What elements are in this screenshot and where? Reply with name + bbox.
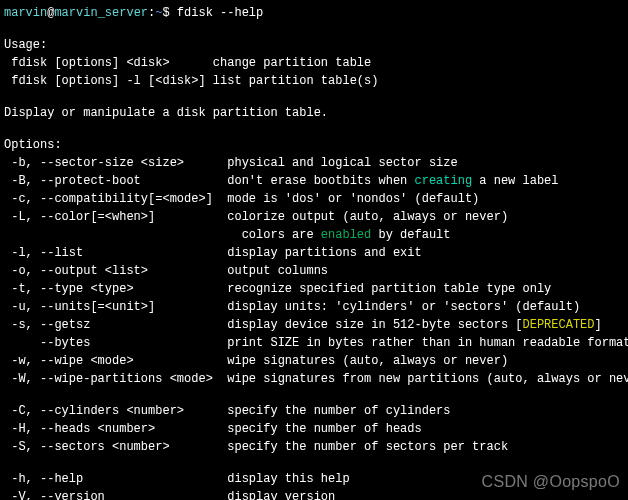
option-bytes: --bytes print SIZE in bytes rather than … (4, 334, 624, 352)
group-separator (4, 388, 624, 402)
option-flag: -w, --wipe <mode> (4, 354, 227, 368)
option-flag: -s, --getsz (4, 318, 227, 332)
option-flag: -B, --protect-boot (4, 174, 227, 188)
option-desc: don't erase bootbits when (227, 174, 414, 188)
option-desc: ] (595, 318, 602, 332)
option-flag: -u, --units[=<unit>] (4, 300, 227, 314)
option-flag: --bytes (4, 336, 227, 350)
option-flag: -V, --version (4, 490, 227, 500)
option-desc: colors are (242, 228, 321, 242)
option-flag: -l, --list (4, 246, 227, 260)
usage-line-1: fdisk [options] <disk> change partition … (4, 54, 624, 72)
option-color: -L, --color[=<when>] colorize output (au… (4, 208, 624, 226)
option-wipe-partitions: -W, --wipe-partitions <mode> wipe signat… (4, 370, 624, 388)
command-text[interactable]: fdisk --help (177, 6, 263, 20)
option-desc: display this help (227, 472, 349, 486)
option-type: -t, --type <type> recognize specified pa… (4, 280, 624, 298)
option-desc: specify the number of heads (227, 422, 421, 436)
option-flag: -S, --sectors <number> (4, 440, 227, 454)
option-desc: mode is 'dos' or 'nondos' (default) (227, 192, 479, 206)
option-desc: recognize specified partition table type… (227, 282, 551, 296)
option-compatibility: -c, --compatibility[=<mode>] mode is 'do… (4, 190, 624, 208)
option-output: -o, --output <list> output columns (4, 262, 624, 280)
option-color-note: colors are enabled by default (4, 226, 624, 244)
prompt-user: marvin (4, 6, 47, 20)
option-desc: wipe signatures from new partitions (aut… (227, 372, 628, 386)
option-flag: -H, --heads <number> (4, 422, 227, 436)
prompt-dollar: $ (162, 6, 176, 20)
option-desc: by default (371, 228, 450, 242)
option-desc: wipe signatures (auto, always or never) (227, 354, 508, 368)
option-flag: -h, --help (4, 472, 227, 486)
usage-line-2: fdisk [options] -l [<disk>] list partiti… (4, 72, 624, 90)
usage-header: Usage: (4, 36, 624, 54)
terminal-prompt-line: marvin@marvin_server:~$ fdisk --help (4, 4, 624, 22)
option-desc: a new label (472, 174, 558, 188)
option-protect-boot: -B, --protect-boot don't erase bootbits … (4, 172, 624, 190)
option-flag: -W, --wipe-partitions <mode> (4, 372, 227, 386)
description-line: Display or manipulate a disk partition t… (4, 104, 624, 122)
option-wipe: -w, --wipe <mode> wipe signatures (auto,… (4, 352, 624, 370)
option-getsz: -s, --getsz display device size in 512-b… (4, 316, 624, 334)
option-flag: -b, --sector-size <size> (4, 156, 227, 170)
option-flag: -C, --cylinders <number> (4, 404, 227, 418)
option-desc: physical and logical sector size (227, 156, 457, 170)
option-desc: display version (227, 490, 335, 500)
option-sectors: -S, --sectors <number> specify the numbe… (4, 438, 624, 456)
highlight-creating: creating (414, 174, 472, 188)
option-desc: output columns (227, 264, 328, 278)
option-desc: display units: 'cylinders' or 'sectors' … (227, 300, 580, 314)
option-desc: specify the number of sectors per track (227, 440, 508, 454)
option-heads: -H, --heads <number> specify the number … (4, 420, 624, 438)
option-flag: -L, --color[=<when>] (4, 210, 227, 224)
option-desc: colorize output (auto, always or never) (227, 210, 508, 224)
option-flag: -o, --output <list> (4, 264, 227, 278)
option-cylinders: -C, --cylinders <number> specify the num… (4, 402, 624, 420)
option-desc: display device size in 512-byte sectors … (227, 318, 522, 332)
option-flag: -t, --type <type> (4, 282, 227, 296)
option-sector-size: -b, --sector-size <size> physical and lo… (4, 154, 624, 172)
prompt-host: marvin_server (54, 6, 148, 20)
option-units: -u, --units[=<unit>] display units: 'cyl… (4, 298, 624, 316)
watermark-text: CSDN @OopspoO (482, 470, 620, 494)
option-desc: display partitions and exit (227, 246, 421, 260)
group-separator (4, 456, 624, 470)
option-list: -l, --list display partitions and exit (4, 244, 624, 262)
option-desc: specify the number of cylinders (227, 404, 450, 418)
option-flag: -c, --compatibility[=<mode>] (4, 192, 227, 206)
option-desc: print SIZE in bytes rather than in human… (227, 336, 628, 350)
highlight-enabled: enabled (321, 228, 371, 242)
option-flag (4, 228, 242, 242)
highlight-deprecated: DEPRECATED (523, 318, 595, 332)
options-header: Options: (4, 136, 624, 154)
